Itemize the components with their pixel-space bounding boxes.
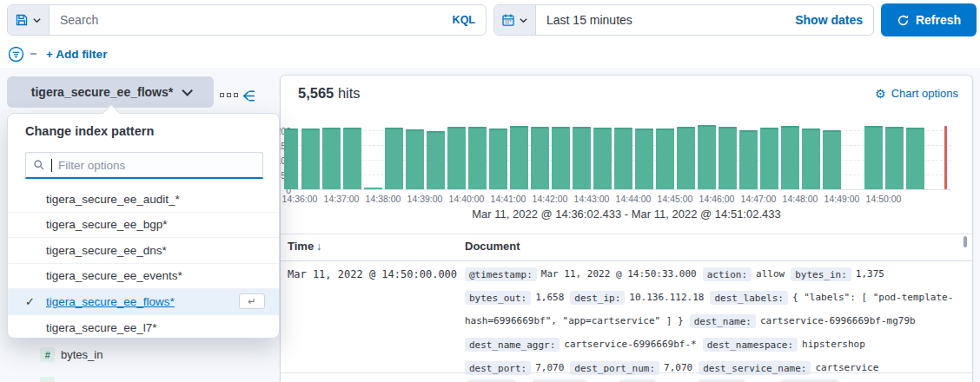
save-icon <box>15 13 29 27</box>
field-name-badge: action: <box>703 267 752 281</box>
field-value: allow <box>756 268 785 280</box>
histogram-bar[interactable] <box>468 127 487 189</box>
field-filter-options-icon[interactable] <box>220 93 238 97</box>
refresh-button[interactable]: Refresh <box>881 3 977 36</box>
x-axis-label: 14:41:00 <box>486 194 531 204</box>
chart-options-button[interactable]: ⚙ Chart options <box>875 87 958 100</box>
field-value: cartservice-6996669bf-mg79b <box>760 315 916 326</box>
histogram-bar[interactable] <box>531 127 549 189</box>
hits-count: 5,565 hits <box>298 85 361 102</box>
histogram-bar[interactable] <box>885 127 904 189</box>
field-value: cartservice-6996669bf-* <box>564 339 696 350</box>
histogram-bar[interactable] <box>802 128 820 189</box>
x-axis-label: 14:40:00 <box>444 194 489 204</box>
field-value: 1,375 <box>856 268 884 280</box>
field-value: { "labels": [ "pod-template- <box>792 292 953 303</box>
chart-options-label: Chart options <box>891 87 958 100</box>
date-quick-select-button[interactable] <box>494 5 536 35</box>
histogram-bar[interactable] <box>447 127 466 189</box>
index-pattern-option-label: tigera_secure_ee_events* <box>46 269 182 282</box>
histogram-bar[interactable] <box>635 128 653 189</box>
index-pattern-option-label: tigera_secure_ee_bgp* <box>46 218 168 231</box>
column-header-time[interactable]: Time↓ <box>288 240 321 253</box>
histogram-bar[interactable] <box>823 130 841 189</box>
index-pattern-list: tigera_secure_ee_audit_*tigera_secure_ee… <box>8 187 279 340</box>
show-dates-link[interactable]: Show dates <box>785 5 873 35</box>
index-pattern-option[interactable]: tigera_secure_ee_audit_* <box>8 187 279 213</box>
x-axis-label: 14:37:00 <box>319 194 364 204</box>
index-pattern-option[interactable]: tigera_secure_ee_dns* <box>8 238 279 264</box>
histogram-bar[interactable] <box>406 129 424 189</box>
field-value: 1,658 <box>535 292 564 303</box>
save-query-button[interactable] <box>8 5 50 35</box>
gear-icon: ⚙ <box>875 88 886 100</box>
sidebar-field-bytes-in[interactable]: # bytes_in <box>40 347 103 362</box>
x-axis-label: 14:42:00 <box>527 194 573 204</box>
histogram-bar[interactable] <box>906 128 924 189</box>
x-axis-label: 14:44:00 <box>611 194 656 204</box>
index-pattern-option[interactable]: tigera_secure_ee_events* <box>8 264 279 290</box>
index-pattern-selector[interactable]: tigera_secure_ee_flows* <box>7 76 214 108</box>
field-value: Mar 11, 2022 @ 14:50:33.000 <box>541 268 697 280</box>
histogram-bar[interactable] <box>301 128 320 189</box>
document-line: @timestamp:Mar 11, 2022 @ 14:50:33.000ac… <box>465 268 891 280</box>
column-header-document: Document <box>465 240 520 253</box>
vertical-scrollbar[interactable] <box>963 236 967 247</box>
histogram-bar[interactable] <box>864 126 883 189</box>
histogram-bar[interactable] <box>552 127 570 189</box>
index-pattern-option[interactable]: tigera_secure_ee_l7* <box>8 315 279 341</box>
histogram-bar[interactable] <box>385 128 403 189</box>
histogram-bar[interactable] <box>698 125 716 189</box>
x-axis-line <box>293 189 951 190</box>
histogram-bar[interactable] <box>343 128 361 189</box>
index-pattern-option-label: tigera_secure_ee_dns* <box>46 244 167 257</box>
x-axis-label: 14:46:00 <box>694 194 739 204</box>
filter-icon[interactable] <box>8 46 24 63</box>
divider <box>281 234 972 234</box>
document-line: hash=6996669bf", "app=cartservice" ] }de… <box>465 315 922 326</box>
sort-desc-icon: ↓ <box>316 240 321 253</box>
document-line: dest_name_aggr:cartservice-6996669bf-*de… <box>465 339 871 350</box>
histogram-bar[interactable] <box>760 128 778 189</box>
x-axis-label: 14:49:00 <box>819 194 864 204</box>
field-name: bytes_in <box>61 348 103 361</box>
collapse-sidebar-icon[interactable] <box>241 88 257 104</box>
kql-badge[interactable]: KQL <box>442 5 486 35</box>
histogram-bar[interactable] <box>781 126 799 189</box>
histogram-bar[interactable] <box>510 126 528 189</box>
time-range-value[interactable]: Last 15 minutes <box>536 5 785 35</box>
filter-bar-divider <box>30 53 36 55</box>
histogram-bar[interactable] <box>656 128 674 189</box>
field-name-badge: dest_namespace: <box>703 338 798 352</box>
histogram-bar[interactable] <box>677 127 695 189</box>
text-caret <box>51 159 52 172</box>
index-pattern-filter-input[interactable]: Filter options <box>25 152 263 179</box>
histogram-bar[interactable] <box>593 128 612 189</box>
popover-title: Change index pattern <box>25 124 154 138</box>
search-input[interactable]: Search <box>50 5 442 35</box>
histogram-bar[interactable] <box>489 128 507 189</box>
search-icon <box>33 159 45 171</box>
check-icon: ✓ <box>25 295 39 308</box>
index-pattern-option[interactable]: ✓tigera_secure_ee_flows*↵ <box>8 289 279 315</box>
x-axis-label: 14:50:00 <box>861 194 906 204</box>
histogram-bar[interactable] <box>739 130 758 189</box>
refresh-icon <box>897 14 910 27</box>
calendar-icon <box>501 13 515 27</box>
field-name-badge: dest_labels: <box>710 291 787 305</box>
x-axis-label: 14:39:00 <box>402 194 447 204</box>
histogram-bar[interactable] <box>284 128 298 189</box>
index-pattern-option-label: tigera_secure_ee_flows* <box>46 295 175 308</box>
histogram-bar[interactable] <box>573 127 591 189</box>
histogram-bar[interactable] <box>364 188 382 189</box>
index-pattern-option[interactable]: tigera_secure_ee_bgp* <box>8 213 279 239</box>
histogram-bar[interactable] <box>322 128 341 189</box>
index-pattern-label: tigera_secure_ee_flows* <box>31 85 173 99</box>
histogram-bar[interactable] <box>614 128 632 189</box>
number-field-icon <box>40 377 55 382</box>
add-filter-link[interactable]: + Add filter <box>46 48 107 61</box>
histogram-bar[interactable] <box>718 127 737 189</box>
field-name-badge: @timestamp: <box>465 267 537 281</box>
histogram-bar[interactable] <box>427 131 445 189</box>
time-range-end-marker <box>944 126 947 189</box>
